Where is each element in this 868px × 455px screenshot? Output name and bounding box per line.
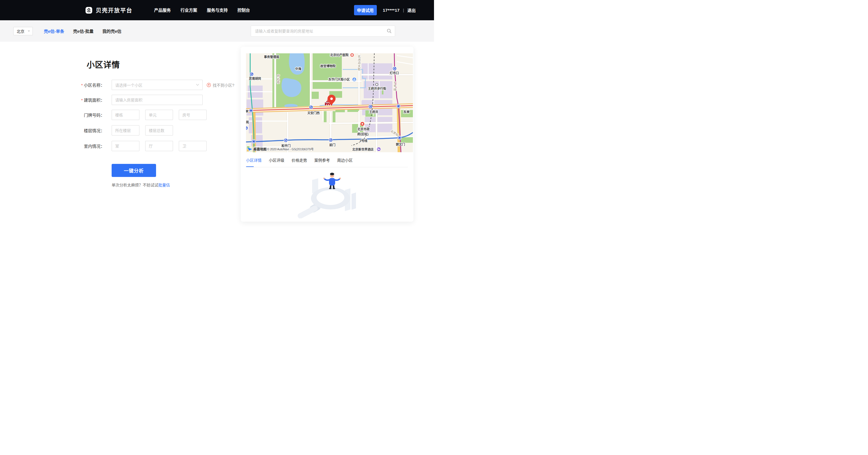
svg-text:北河沿大街: 北河沿大街 xyxy=(358,55,361,71)
tab-batch-valuation[interactable]: 壳e估-批量 xyxy=(73,28,93,34)
top-navbar: 贝壳开放平台 产品服务 行业方案 服务与支持 控制台 申请试用 17****17… xyxy=(0,0,434,20)
page-title: 小区详情 xyxy=(87,58,120,70)
main-nav: 产品服务 行业方案 服务与支持 控制台 xyxy=(154,0,250,20)
hospital-icon xyxy=(350,53,354,57)
total-floors-input[interactable] xyxy=(145,125,173,135)
svg-text:府右街: 府右街 xyxy=(277,74,280,84)
required-mark: * xyxy=(81,83,83,88)
feedback-arrow-icon xyxy=(207,83,211,87)
star-icon xyxy=(361,122,365,126)
svg-text:灯市口: 灯市口 xyxy=(390,71,399,75)
svg-text:中海: 中海 xyxy=(295,67,301,70)
floor-row: 楼层情况： xyxy=(61,125,179,135)
station-icon-dengshikou xyxy=(393,67,397,70)
subnav-tabs: 壳e估-单条 壳e估-批量 我的壳e估 xyxy=(44,28,121,34)
nav-item-console[interactable]: 控制台 xyxy=(238,0,250,20)
interior-label: 室内情况： xyxy=(61,143,105,149)
hotel-icon xyxy=(377,147,381,151)
panel-tab-nearby-communities[interactable]: 周边小区 xyxy=(337,157,353,163)
svg-text:事务管理局: 事务管理局 xyxy=(264,55,279,59)
community-select[interactable]: 请选择一个小区 xyxy=(112,80,203,90)
room-number-input[interactable] xyxy=(179,110,207,120)
map-canvas[interactable]: 事务管理局 中海 故宫博物院 北京妇产医院 北河沿大街 府右街 灵境胡同 东华门… xyxy=(246,53,413,152)
nav-item-support[interactable]: 服务与支持 xyxy=(207,0,228,20)
svg-text:和平门: 和平门 xyxy=(282,144,291,148)
svg-text:东单: 东单 xyxy=(403,110,409,114)
community-select-placeholder: 请选择一个小区 xyxy=(115,82,196,88)
brand-name: 贝壳开放平台 xyxy=(96,6,132,14)
chevron-down-icon xyxy=(196,84,199,86)
svg-text:天安门西: 天安门西 xyxy=(307,111,319,115)
area-label: *建筑面积： xyxy=(61,97,105,103)
batch-valuation-link[interactable]: 批量估 xyxy=(158,183,170,187)
svg-text:故宫博物院: 故宫博物院 xyxy=(320,64,336,68)
svg-text:崇文门: 崇文门 xyxy=(396,143,405,146)
svg-text:前门: 前门 xyxy=(329,143,335,147)
svg-text:王府井: 王府井 xyxy=(369,110,378,114)
address-search-input[interactable] xyxy=(255,29,387,33)
page: 贝壳开放平台 产品服务 行业方案 服务与支持 控制台 申请试用 17****17… xyxy=(0,0,434,228)
nav-item-industry[interactable]: 行业方案 xyxy=(181,0,197,20)
gaode-logo-text: 高德地图 xyxy=(253,147,267,151)
community-label: *小区名称： xyxy=(61,82,105,88)
panel-tab-price-trend[interactable]: 价格走势 xyxy=(291,157,307,163)
station-icon-wangfujing xyxy=(369,105,372,109)
svg-text:苑: 苑 xyxy=(246,120,249,124)
building-input[interactable] xyxy=(112,110,140,120)
floor-label: 楼层情况： xyxy=(61,127,105,133)
svg-text:北京市政: 北京市政 xyxy=(358,127,370,131)
empty-state-illustration xyxy=(298,171,358,218)
navbar-right: 申请试用 17****17 | 退出 xyxy=(354,5,416,15)
city-select[interactable]: 北京 xyxy=(13,27,33,35)
svg-text:北京妇产医院: 北京妇产医院 xyxy=(330,53,348,57)
cannot-find-community-link[interactable]: 找不到小区? xyxy=(207,82,235,88)
current-floor-input[interactable] xyxy=(112,125,140,135)
station-icon-qianmen xyxy=(329,138,333,142)
poi-dot-icon xyxy=(376,83,378,86)
panel-tab-community-detail[interactable]: 小区详情 xyxy=(246,157,261,163)
user-phone[interactable]: 17****17 xyxy=(383,8,400,12)
door-number-row: 门牌号码： xyxy=(61,110,212,120)
svg-text:府(旧址): 府(旧址) xyxy=(358,132,369,136)
required-mark: * xyxy=(81,98,83,102)
svg-text:王府井步行街: 王府井步行街 xyxy=(368,87,386,90)
search-icon[interactable] xyxy=(387,29,392,33)
logout-button[interactable]: 退出 xyxy=(407,7,416,13)
apply-trial-button[interactable]: 申请试用 xyxy=(354,5,377,15)
unit-input[interactable] xyxy=(145,110,173,120)
caret-down-icon xyxy=(28,30,30,32)
svg-text:北京新世界酒店: 北京新世界酒店 xyxy=(352,148,374,151)
bank-icon xyxy=(352,78,356,81)
bathrooms-input[interactable] xyxy=(179,141,207,151)
person-figure xyxy=(323,173,341,189)
bedrooms-input[interactable] xyxy=(112,141,140,151)
community-row: *小区名称： 请选择一个小区 找不到小区? xyxy=(61,80,235,90)
svg-text:单: 单 xyxy=(246,110,249,113)
analyze-button[interactable]: 一键分析 xyxy=(112,164,156,177)
batch-hint: 单次分析太麻烦？不妨试试批量估 xyxy=(112,182,170,187)
brand[interactable]: 贝壳开放平台 xyxy=(86,6,132,14)
tab-my-valuation[interactable]: 我的壳e估 xyxy=(102,28,121,34)
beike-logo-icon xyxy=(86,7,92,13)
station-icon-hepingmen xyxy=(284,138,288,142)
city-select-value: 北京 xyxy=(17,28,28,34)
area-input[interactable] xyxy=(112,95,203,105)
panel-tab-case-reference[interactable]: 案例参考 xyxy=(314,157,330,163)
svg-text:2号线: 2号线 xyxy=(360,139,367,143)
station-icon-dongdan xyxy=(397,104,400,108)
interior-row: 室内情况： xyxy=(61,141,212,151)
station-icon-chongwenmen xyxy=(398,136,402,140)
address-search-box xyxy=(251,26,395,37)
map-panel-card: 事务管理局 中海 故宫博物院 北京妇产医院 北河沿大街 府右街 灵境胡同 东华门… xyxy=(241,47,413,222)
tab-single-valuation[interactable]: 壳e估-单条 xyxy=(44,28,64,34)
nav-item-products[interactable]: 产品服务 xyxy=(154,0,171,20)
svg-text:灵境胡同: 灵境胡同 xyxy=(249,77,261,80)
station-icon-tiananmen-west xyxy=(309,105,313,109)
panel-tab-community-rating[interactable]: 小区评级 xyxy=(269,157,284,163)
tab-divider-line xyxy=(246,167,408,167)
station-icon-xuanwumen xyxy=(252,140,256,143)
map-copyright: © 2020 AutoNavi - GS(2019)6379号 xyxy=(267,148,314,151)
living-rooms-input[interactable] xyxy=(145,141,173,151)
sub-navbar: 北京 壳e估-单条 壳e估-批量 我的壳e估 xyxy=(0,20,434,42)
panel-tabs: 小区详情 小区评级 价格走势 案例参考 周边小区 xyxy=(246,157,353,163)
